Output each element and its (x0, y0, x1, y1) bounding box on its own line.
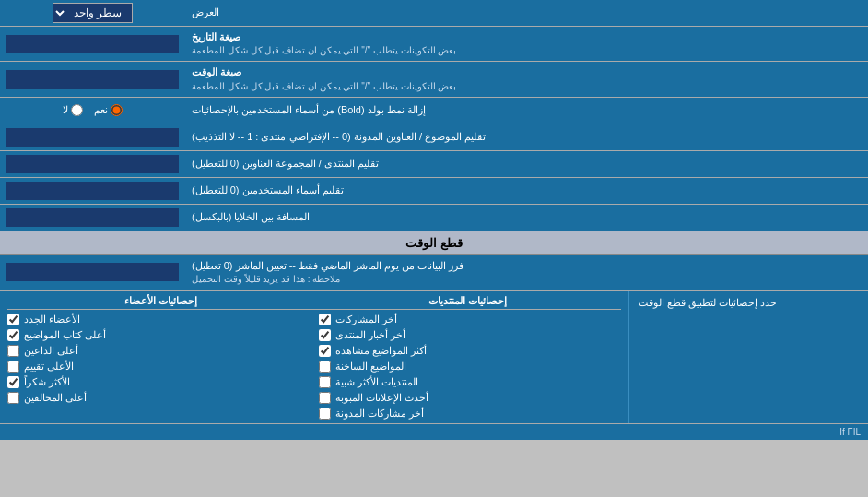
time-format-label: صيغة الوقت بعض التكوينات يتطلب "/" التي … (184, 62, 868, 96)
list-item: الأكثر شكراً (7, 376, 310, 388)
checkbox-akthar-shukr[interactable] (7, 376, 19, 388)
users-trim-input-cell: 0 (0, 178, 184, 204)
list-item: المواضيع الساخنة (319, 361, 621, 373)
users-trim-input[interactable]: 0 (6, 182, 179, 200)
limit-label: حدد إحصائيات لتطبيق قطع الوقت (628, 291, 868, 423)
list-item: الأعلى تقييم (7, 361, 310, 373)
checkbox-adaa-judad[interactable] (7, 314, 19, 325)
display-label: العرض (184, 0, 868, 26)
checkbox-akhir-mudawana[interactable] (319, 408, 331, 420)
time-format-input[interactable]: H:i (6, 70, 179, 89)
checkbox-ahdath-ilanat[interactable] (319, 392, 331, 404)
time-format-title: صيغة الوقت (192, 65, 241, 79)
col2-header: إحصائيات الأعضاء (7, 295, 314, 310)
subject-trim-input[interactable]: 33 (6, 128, 179, 147)
bold-remove-label: إزالة نمط بولد (Bold) من أسماء المستخدمي… (184, 98, 868, 124)
checkbox-akthar-mawadeeh[interactable] (319, 345, 331, 357)
bold-no-label[interactable]: لا (63, 104, 83, 116)
list-item: أعلى المخالفين (7, 392, 310, 404)
time-format-desc: بعض التكوينات يتطلب "/" التي يمكن ان تضا… (192, 80, 456, 93)
date-format-input-cell: d-m (0, 27, 184, 61)
cutoff-days-line2: ملاحظة : هذا قد يزيد قليلاً وقت التحميل (192, 273, 340, 286)
checkbox-aala-mukhalifin[interactable] (7, 392, 19, 404)
display-select-cell: سطر واحد سطرين ثلاثة أسطر (0, 0, 184, 26)
col1-header: إحصائيات المنتديات (314, 295, 621, 310)
list-item: أخر المشاركات (319, 314, 621, 325)
cutoff-days-line1: فرز البيانات من يوم الماشر الماضي فقط --… (192, 259, 463, 273)
cell-spacing-input-cell: 2 (0, 205, 184, 231)
checkbox-mawadeeh-sakhina[interactable] (319, 361, 331, 373)
list-item: أخر أخبار المنتدى (319, 329, 621, 341)
bold-yes-label[interactable]: نعم (94, 104, 123, 116)
date-format-title: صيغة التاريخ (192, 30, 240, 44)
date-format-desc: بعض التكوينات يتطلب "/" التي يمكن ان تضا… (192, 44, 456, 57)
cutoff-section-header: قطع الوقت (0, 231, 868, 255)
list-item: أعلى الداعين (7, 345, 310, 357)
date-format-label: صيغة التاريخ بعض التكوينات يتطلب "/" الت… (184, 27, 868, 61)
subject-trim-label: تقليم الموضوع / العناوين المدونة (0 -- ا… (184, 124, 868, 150)
forum-trim-input[interactable]: 33 (6, 155, 179, 173)
forum-trim-input-cell: 33 (0, 151, 184, 177)
users-trim-label: تقليم أسماء المستخدمين (0 للتعطيل) (184, 178, 868, 204)
bold-remove-radio-cell: نعم لا (0, 98, 184, 124)
checkbox-aala-kutab[interactable] (7, 329, 19, 341)
cutoff-days-input-cell: 0 (0, 255, 184, 290)
checkbox-akhir-musharakat[interactable] (319, 314, 331, 325)
list-item: أعلى كتاب المواضيع (7, 329, 310, 341)
time-format-input-cell: H:i (0, 62, 184, 96)
col1-checkboxes: أخر المشاركات أخر أخبار المنتدى أكثر الم… (319, 314, 621, 420)
list-item: أحدث الإعلانات المبوبة (319, 392, 621, 404)
cell-spacing-label: المسافة بين الخلايا (بالبكسل) (184, 205, 868, 231)
display-select[interactable]: سطر واحد سطرين ثلاثة أسطر (53, 3, 133, 23)
cutoff-days-input[interactable]: 0 (6, 263, 179, 281)
checkbox-muntadayat-akthar[interactable] (319, 376, 331, 388)
col2-checkboxes: الأعضاء الجدد أعلى كتاب المواضيع أعلى ال… (7, 314, 310, 420)
list-item: أكثر المواضيع مشاهدة (319, 345, 621, 357)
list-item: أخر مشاركات المدونة (319, 408, 621, 420)
list-item: الأعضاء الجدد (7, 314, 310, 325)
list-item: المنتديات الأكثر شبية (319, 376, 621, 388)
cell-spacing-input[interactable]: 2 (6, 208, 179, 227)
subject-trim-input-cell: 33 (0, 124, 184, 150)
forum-trim-label: تقليم المنتدى / المجموعة العناوين (0 للت… (184, 151, 868, 177)
bold-no-radio[interactable] (71, 104, 83, 116)
date-format-input[interactable]: d-m (6, 35, 179, 53)
checkbox-aala-taqyeem[interactable] (7, 361, 19, 373)
cutoff-days-label: فرز البيانات من يوم الماشر الماضي فقط --… (184, 255, 868, 290)
bold-yes-radio[interactable] (111, 104, 123, 116)
footer-hint: If FIL (0, 423, 868, 440)
checkbox-aala-daeen[interactable] (7, 345, 19, 357)
checkbox-akhir-akhbar[interactable] (319, 329, 331, 341)
